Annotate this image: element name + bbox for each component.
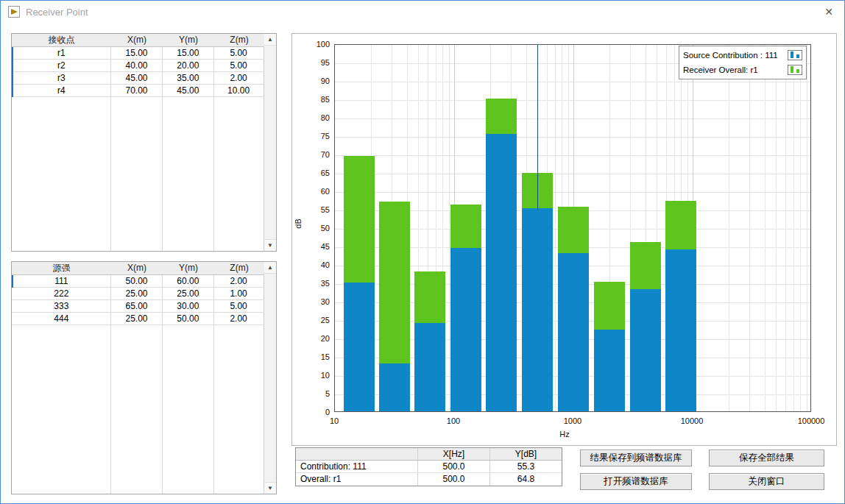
table-cell[interactable]: 2.00 <box>213 72 264 84</box>
column-separator <box>110 34 111 251</box>
readout-y-value: 55.3 <box>490 461 562 472</box>
bar-overall <box>486 99 517 134</box>
bar-contribution <box>414 323 445 411</box>
scroll-up-arrow-icon[interactable]: ▲ <box>264 262 276 274</box>
scroll-up-arrow-icon[interactable]: ▲ <box>264 34 276 46</box>
table-row[interactable]: r470.0045.0010.00 <box>12 85 264 97</box>
readout-header-blank <box>296 448 418 460</box>
receiver-points-table: 接收点X(m)Y(m)Z(m)r115.0015.005.00r240.0020… <box>11 33 277 252</box>
table-row[interactable]: r345.0035.002.00 <box>12 72 264 85</box>
bar-overall <box>450 205 481 248</box>
table-cell[interactable]: 1.00 <box>213 288 264 299</box>
x-tick-label: 1000 <box>547 416 598 426</box>
y-tick-label: 70 <box>299 150 330 159</box>
table-cell[interactable]: 10.00 <box>213 85 264 96</box>
table-cell[interactable]: 25.00 <box>111 288 163 299</box>
selection-marker <box>12 47 13 97</box>
readout-header-y: Y[dB] <box>490 448 562 460</box>
open-spectrum-db-button[interactable]: 打开频谱数据库 <box>580 473 692 490</box>
close-icon[interactable]: ✕ <box>819 4 838 20</box>
readout-row-overall[interactable]: Overall: r1 500.0 64.8 <box>296 473 562 486</box>
table-cell[interactable]: r1 <box>12 47 111 59</box>
table-cell[interactable]: 111 <box>12 275 111 287</box>
table-cell[interactable]: 5.00 <box>213 300 264 312</box>
table-cell[interactable]: r4 <box>12 85 111 96</box>
table-cell[interactable]: 15.00 <box>111 47 163 59</box>
table-cell[interactable]: 2.00 <box>213 313 264 324</box>
table-cell[interactable]: r2 <box>12 60 111 71</box>
legend-entry-contribution[interactable]: Source Contribution : 111 <box>683 48 802 63</box>
readout-row-contribution[interactable]: Contribution: 111 500.0 55.3 <box>296 461 562 473</box>
table-cell[interactable]: 70.00 <box>111 85 163 96</box>
y-tick-label: 75 <box>299 132 330 141</box>
table-cell[interactable]: 333 <box>12 300 111 312</box>
table-cell[interactable]: 50.00 <box>111 275 163 287</box>
column-separator <box>213 34 214 251</box>
vertical-scrollbar[interactable]: ▲▼ <box>264 34 276 251</box>
table-row[interactable]: 33365.0030.005.00 <box>12 300 264 313</box>
readout-header-row: X[Hz] Y[dB] <box>296 448 562 461</box>
table-cell[interactable]: 35.00 <box>162 72 213 84</box>
y-tick-label: 65 <box>299 168 330 177</box>
table-cell[interactable]: 5.00 <box>213 47 264 59</box>
table-row[interactable]: 44425.0050.002.00 <box>12 313 264 325</box>
gridline-vertical-minor <box>449 45 450 411</box>
title-bar: Receiver Point ✕ <box>1 1 844 23</box>
table-cell[interactable]: 2.00 <box>213 275 264 287</box>
table-row[interactable]: 11150.0060.002.00 <box>12 275 264 288</box>
table-row[interactable]: r115.0015.005.00 <box>12 47 264 60</box>
table-cell[interactable]: 444 <box>12 313 111 324</box>
table-cell[interactable]: 30.00 <box>162 300 213 312</box>
table-cell[interactable]: 50.00 <box>162 313 213 324</box>
column-header[interactable]: Z(m) <box>214 34 264 46</box>
table-cell[interactable]: 222 <box>12 288 111 299</box>
table-header-row: 接收点X(m)Y(m)Z(m) <box>12 34 264 47</box>
table-row[interactable]: 22225.0025.001.00 <box>12 288 264 300</box>
scroll-down-arrow-icon[interactable]: ▼ <box>264 239 276 251</box>
gridline-vertical-minor <box>800 45 801 411</box>
column-header[interactable]: Y(m) <box>163 34 214 46</box>
table-cell[interactable]: 5.00 <box>213 60 264 71</box>
plot-cursor[interactable] <box>537 45 538 210</box>
column-header[interactable]: X(m) <box>111 34 163 46</box>
table-cell[interactable]: 65.00 <box>111 300 163 312</box>
column-header[interactable]: Y(m) <box>163 262 214 274</box>
table-cell[interactable]: 20.00 <box>162 60 213 71</box>
x-tick-label: 10 <box>308 416 360 426</box>
x-tick-label: 100 <box>428 416 479 426</box>
save-to-spectrum-db-button[interactable]: 结果保存到频谱数据库 <box>580 450 692 466</box>
save-all-results-button[interactable]: 保存全部结果 <box>709 450 824 466</box>
bar-contribution <box>558 253 589 411</box>
table-cell[interactable]: 40.00 <box>111 60 163 71</box>
scroll-down-arrow-icon[interactable]: ▼ <box>264 482 276 494</box>
app-icon <box>8 6 20 18</box>
column-separator <box>162 34 163 251</box>
column-separator <box>213 262 214 494</box>
table-cell[interactable]: 45.00 <box>162 85 213 96</box>
table-cell[interactable]: 25.00 <box>162 288 213 299</box>
close-window-button[interactable]: 关闭窗口 <box>709 473 824 490</box>
gridline-vertical-minor <box>776 45 777 411</box>
table-cell[interactable]: 25.00 <box>111 313 163 324</box>
blue-bar-plot-icon <box>788 50 802 60</box>
column-header[interactable]: Z(m) <box>214 262 264 274</box>
vertical-scrollbar[interactable]: ▲▼ <box>264 262 276 494</box>
column-header[interactable]: 接收点 <box>12 34 111 46</box>
table-row[interactable]: r240.0020.005.00 <box>12 60 264 72</box>
table-cell[interactable]: r3 <box>12 72 111 84</box>
y-tick-label: 25 <box>299 316 330 324</box>
source-strength-table: 源强X(m)Y(m)Z(m)11150.0060.002.0022225.002… <box>11 261 277 494</box>
bar-contribution <box>450 248 481 412</box>
column-header[interactable]: X(m) <box>111 262 163 274</box>
gridline-vertical-minor <box>555 45 556 411</box>
bar-overall <box>558 207 589 253</box>
table-cell[interactable]: 60.00 <box>162 275 213 287</box>
y-tick-label: 10 <box>299 371 330 380</box>
plot-area[interactable] <box>334 44 811 412</box>
table-cell[interactable]: 45.00 <box>111 72 163 84</box>
y-tick-label: 85 <box>299 95 330 104</box>
column-header[interactable]: 源强 <box>12 262 111 274</box>
bar-contribution <box>594 330 625 411</box>
table-cell[interactable]: 15.00 <box>162 47 213 59</box>
legend-entry-overall[interactable]: Receiver Overall: r1 <box>683 63 802 77</box>
